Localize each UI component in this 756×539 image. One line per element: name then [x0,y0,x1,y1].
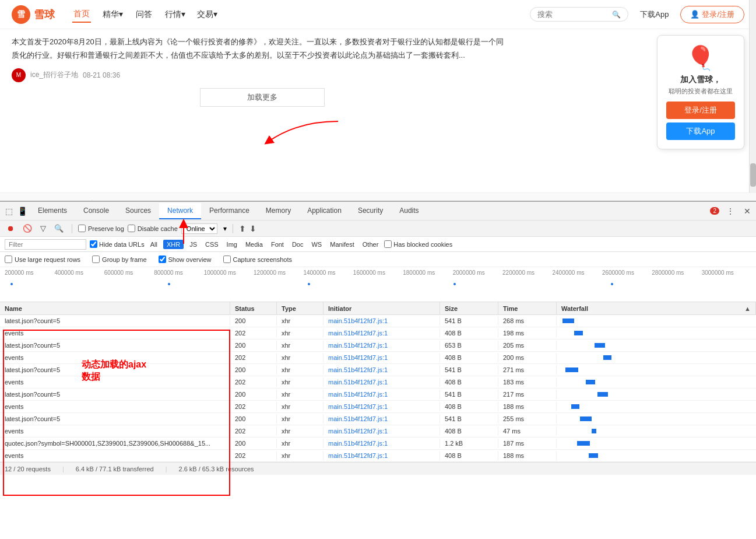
th-name[interactable]: Name [0,302,230,314]
table-row[interactable]: latest.json?count=5 200 xhr main.51b4f12… [0,388,756,401]
nav-home[interactable]: 首页 [72,6,91,23]
export-icon[interactable]: ⬇ [249,224,256,233]
table-row[interactable]: latest.json?count=5 200 xhr main.51b4f12… [0,413,756,425]
th-size[interactable]: Size [440,302,498,314]
hide-data-urls-checkbox[interactable] [90,240,97,248]
th-status[interactable]: Status [230,302,277,314]
throttle-select[interactable]: Online [181,223,217,234]
sidebar-download-button[interactable]: 下载App [666,123,735,140]
search-input[interactable] [537,10,607,19]
nav-trade[interactable]: 交易▾ [197,9,217,20]
table-row[interactable]: latest.json?count=5 200 xhr main.51b4f12… [0,364,756,376]
more-options-icon[interactable]: ⋮ [724,204,737,218]
tab-network[interactable]: Network [159,203,201,219]
import-icon[interactable]: ⬆ [239,224,246,233]
nav-featured[interactable]: 精华▾ [103,9,123,20]
tab-elements[interactable]: Elements [30,203,75,219]
logo[interactable]: 雪 雪球 [12,5,55,24]
hide-data-urls-label[interactable]: Hide data URLs [90,240,145,248]
td-name-5: events [0,377,230,387]
th-initiator[interactable]: Initiator [324,302,440,314]
capture-screenshots-checkbox[interactable] [223,256,231,263]
close-devtools-icon[interactable]: ✕ [741,204,753,218]
filter-xhr[interactable]: XHR [163,240,184,249]
tab-memory[interactable]: Memory [258,203,299,219]
td-initiator-0[interactable]: main.51b4f12fd7.js:1 [324,316,440,326]
filter-doc[interactable]: Doc [290,240,306,249]
filter-media[interactable]: Media [243,240,265,249]
show-overview-checkbox[interactable] [159,256,166,263]
group-by-frame-checkbox[interactable] [92,256,100,263]
table-row[interactable]: events 202 xhr main.51b4f12fd7.js:1 408 … [0,401,756,413]
td-time-10: 187 ms [498,439,557,448]
clear-icon[interactable]: 🚫 [20,223,34,234]
td-initiator-6[interactable]: main.51b4f12fd7.js:1 [324,390,440,399]
tab-security[interactable]: Security [350,203,391,219]
nav-qa[interactable]: 问答 [135,7,153,22]
filter-manifest[interactable]: Manifest [328,240,357,249]
td-status-2: 200 [230,341,277,350]
table-row[interactable]: latest.json?count=5 200 xhr main.51b4f12… [0,340,756,352]
right-scrollbar[interactable] [749,0,756,192]
th-type[interactable]: Type [277,302,324,314]
scrollbar-thumb[interactable] [750,163,756,187]
td-initiator-7[interactable]: main.51b4f12fd7.js:1 [324,402,440,411]
sidebar-login-button[interactable]: 登录/注册 [666,102,735,119]
td-initiator-11[interactable]: main.51b4f12fd7.js:1 [324,451,440,460]
preserve-log-checkbox[interactable] [78,225,86,232]
table-row[interactable]: events 202 xhr main.51b4f12fd7.js:1 408 … [0,352,756,364]
filter-font[interactable]: Font [269,240,286,249]
group-by-frame-label[interactable]: Group by frame [92,256,146,263]
td-initiator-10[interactable]: main.51b4f12fd7.js:1 [324,439,440,448]
filter-js[interactable]: JS [187,240,199,249]
filter-ws[interactable]: WS [309,240,324,249]
nav-market[interactable]: 行情▾ [165,9,185,20]
filter-all[interactable]: All [148,240,160,249]
large-rows-checkbox[interactable] [5,256,12,263]
th-waterfall[interactable]: Waterfall ▲ [557,302,756,314]
throttle-dropdown-icon[interactable]: ▾ [223,225,227,233]
author-name[interactable]: ice_招行谷子地 [30,70,78,80]
td-name-3: events [0,353,230,362]
td-initiator-3[interactable]: main.51b4f12fd7.js:1 [324,353,440,362]
tab-console[interactable]: Console [75,203,117,219]
load-more-button[interactable]: 加载更多 [200,88,325,107]
disable-cache-checkbox[interactable] [128,225,135,232]
td-initiator-2[interactable]: main.51b4f12fd7.js:1 [324,341,440,350]
td-initiator-1[interactable]: main.51b4f12fd7.js:1 [324,328,440,338]
mobile-icon[interactable]: 📱 [15,204,30,218]
capture-screenshots-label[interactable]: Capture screenshots [223,256,293,263]
large-rows-label[interactable]: Use large request rows [5,256,80,263]
filter-css[interactable]: CSS [203,240,221,249]
filter-other[interactable]: Other [360,240,381,249]
tab-audits[interactable]: Audits [391,203,427,219]
devtools-tab-controls: 2 ⋮ ✕ [710,204,753,218]
td-initiator-8[interactable]: main.51b4f12fd7.js:1 [324,414,440,424]
tab-application[interactable]: Application [299,203,350,219]
table-row[interactable]: quotec.json?symbol=SH000001,SZ399001,SZ3… [0,438,756,450]
table-row[interactable]: events 202 xhr main.51b4f12fd7.js:1 408 … [0,327,756,340]
search-icon[interactable]: 🔍 [52,223,66,234]
table-row[interactable]: events 202 xhr main.51b4f12fd7.js:1 408 … [0,450,756,462]
tab-performance[interactable]: Performance [201,203,258,219]
record-icon[interactable]: ⏺ [5,223,17,234]
filter-icon[interactable]: ▽ [38,223,48,234]
filter-input[interactable] [5,239,86,250]
td-initiator-5[interactable]: main.51b4f12fd7.js:1 [324,377,440,387]
preserve-log-label[interactable]: Preserve log [78,225,124,232]
login-button[interactable]: 👤 登录/注册 [680,6,744,23]
table-row[interactable]: events 202 xhr main.51b4f12fd7.js:1 408 … [0,376,756,388]
th-time[interactable]: Time [498,302,557,314]
disable-cache-label[interactable]: Disable cache [128,225,178,232]
tab-sources[interactable]: Sources [117,203,159,219]
table-row[interactable]: events 202 xhr main.51b4f12fd7.js:1 408 … [0,425,756,438]
td-initiator-9[interactable]: main.51b4f12fd7.js:1 [324,426,440,436]
inspect-icon[interactable]: ⬚ [3,204,15,218]
td-initiator-4[interactable]: main.51b4f12fd7.js:1 [324,365,440,374]
download-app-link[interactable]: 下载App [640,9,669,20]
show-overview-label[interactable]: Show overview [159,256,212,263]
filter-img[interactable]: Img [224,240,240,249]
table-row[interactable]: latest.json?count=5 200 xhr main.51b4f12… [0,315,756,327]
has-blocked-checkbox[interactable] [384,240,392,248]
has-blocked-label[interactable]: Has blocked cookies [384,240,452,248]
